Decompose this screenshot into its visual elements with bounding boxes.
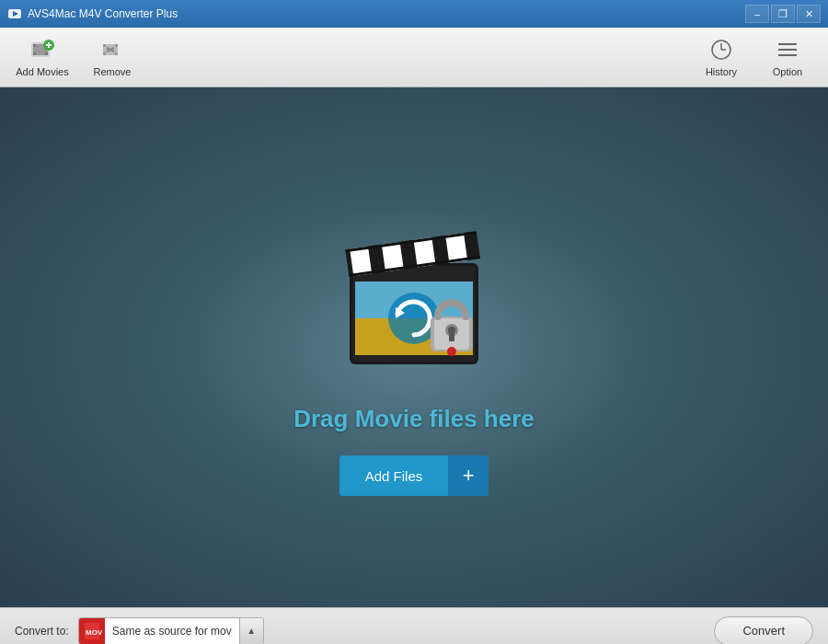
svg-rect-43: [449, 332, 454, 341]
history-button[interactable]: History: [690, 30, 753, 84]
history-icon: [708, 37, 734, 63]
format-selector[interactable]: MOV Same as source for mov ▲: [78, 617, 264, 645]
clapperboard-icon: [322, 199, 506, 383]
add-files-plus-icon: +: [448, 455, 489, 496]
svg-rect-7: [45, 52, 48, 55]
svg-rect-13: [103, 52, 106, 55]
convert-to-label: Convert to:: [15, 625, 69, 638]
svg-text:MOV: MOV: [86, 628, 102, 637]
add-movies-label: Add Movies: [16, 66, 68, 77]
add-movies-icon: [29, 37, 55, 63]
convert-to-section: Convert to: MOV Same as source for mov ▲: [15, 617, 264, 645]
svg-rect-24: [778, 43, 797, 45]
format-icon: MOV: [79, 617, 105, 645]
mov-icon: MOV: [82, 620, 102, 642]
option-icon: [775, 37, 800, 63]
main-content: Drag Movie files here Add Files +: [0, 87, 828, 607]
svg-rect-22: [778, 49, 797, 51]
toolbar-left: Add Movies Remove: [9, 30, 145, 84]
toolbar-right: History Option: [690, 30, 819, 84]
svg-rect-10: [48, 42, 50, 48]
svg-rect-15: [115, 52, 118, 55]
app-icon: [7, 6, 22, 21]
add-files-label: Add Files: [339, 468, 449, 484]
title-text: AVS4Mac M4V Converter Plus: [28, 7, 178, 20]
remove-button[interactable]: Remove: [79, 30, 145, 84]
format-dropdown-arrow[interactable]: ▲: [239, 617, 263, 645]
remove-icon: [99, 37, 125, 63]
svg-point-44: [447, 347, 456, 356]
add-movies-button[interactable]: Add Movies: [9, 30, 75, 84]
history-label: History: [706, 66, 737, 77]
minimize-button[interactable]: –: [745, 5, 769, 23]
svg-rect-5: [33, 52, 36, 55]
drag-text: Drag Movie files here: [293, 405, 535, 433]
title-bar: AVS4Mac M4V Converter Plus – ❐ ✕: [0, 0, 828, 28]
svg-rect-4: [33, 44, 36, 47]
add-files-button[interactable]: Add Files +: [339, 455, 489, 496]
format-text: Same as source for mov: [105, 625, 239, 638]
option-button[interactable]: Option: [756, 30, 819, 84]
svg-rect-23: [778, 54, 797, 56]
window-controls: – ❐ ✕: [745, 5, 821, 23]
close-button[interactable]: ✕: [797, 5, 821, 23]
bottom-bar: Convert to: MOV Same as source for mov ▲…: [0, 607, 828, 644]
restore-button[interactable]: ❐: [771, 5, 795, 23]
toolbar: Add Movies Remove History: [0, 28, 828, 87]
title-bar-left: AVS4Mac M4V Converter Plus: [7, 6, 178, 21]
option-label: Option: [773, 66, 802, 77]
remove-label: Remove: [94, 66, 132, 77]
svg-rect-14: [115, 44, 118, 47]
svg-rect-12: [103, 44, 106, 47]
convert-button[interactable]: Convert: [714, 616, 813, 645]
